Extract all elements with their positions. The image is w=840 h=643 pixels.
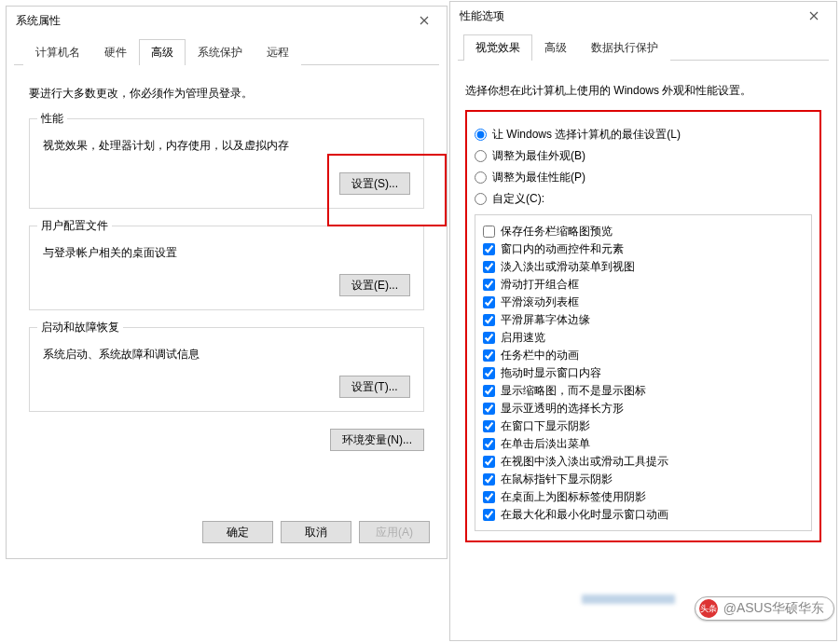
checkbox-row[interactable]: 显示缩略图，而不是显示图标	[483, 383, 804, 398]
cancel-button[interactable]: 取消	[281, 521, 351, 543]
checkbox-input[interactable]	[483, 509, 495, 521]
checkbox-input[interactable]	[483, 261, 495, 273]
user-profiles-settings-button[interactable]: 设置(E)...	[339, 274, 410, 296]
tab-advanced[interactable]: 高级	[139, 39, 186, 65]
checkbox-row[interactable]: 拖动时显示窗口内容	[483, 365, 804, 380]
checkbox-row[interactable]: 显示亚透明的选择长方形	[483, 401, 804, 416]
checkbox-row[interactable]: 窗口内的动画控件和元素	[483, 241, 804, 256]
highlight-box: 让 Windows 选择计算机的最佳设置(L) 调整为最佳外观(B) 调整为最佳…	[465, 110, 821, 542]
checkbox-input[interactable]	[483, 279, 495, 291]
group-desc: 系统启动、系统故障和调试信息	[43, 347, 410, 363]
checkbox-label: 保存任务栏缩略图预览	[501, 224, 613, 239]
checkbox-input[interactable]	[483, 349, 495, 362]
decorative-blur	[582, 595, 675, 604]
checkbox-label: 显示亚透明的选择长方形	[501, 401, 624, 416]
checkbox-input[interactable]	[483, 332, 495, 344]
tab-system-protection[interactable]: 系统保护	[186, 39, 255, 65]
tab-hardware[interactable]: 硬件	[92, 39, 139, 65]
radio-input[interactable]	[475, 129, 487, 141]
checkbox-row[interactable]: 淡入淡出或滑动菜单到视图	[483, 259, 804, 274]
checkbox-row[interactable]: 在窗口下显示阴影	[483, 418, 804, 433]
checkbox-row[interactable]: 在桌面上为图标标签使用阴影	[483, 489, 804, 504]
close-button[interactable]	[799, 6, 829, 26]
group-performance: 性能 视觉效果，处理器计划，内存使用，以及虚拟内存 设置(S)...	[29, 118, 424, 209]
tab-remote[interactable]: 远程	[255, 39, 301, 65]
checkbox-label: 拖动时显示窗口内容	[501, 365, 601, 380]
checkbox-input[interactable]	[483, 226, 495, 238]
checkbox-label: 在视图中淡入淡出或滑动工具提示	[501, 454, 668, 469]
checkbox-row[interactable]: 滑动打开组合框	[483, 277, 804, 292]
checkbox-input[interactable]	[483, 438, 495, 450]
radio-input[interactable]	[475, 150, 487, 162]
group-legend: 启动和故障恢复	[37, 320, 123, 335]
checkbox-input[interactable]	[483, 403, 495, 415]
close-icon	[420, 16, 429, 25]
radio-input[interactable]	[475, 171, 487, 184]
admin-note: 要进行大多数更改，你必须作为管理员登录。	[29, 86, 424, 102]
apply-button[interactable]: 应用(A)	[359, 521, 430, 543]
checkbox-input[interactable]	[483, 491, 495, 503]
radio-best-appearance[interactable]: 调整为最佳外观(B)	[475, 148, 812, 164]
dialog-title: 系统属性	[16, 13, 61, 29]
tabs: 视觉效果 高级 数据执行保护	[458, 34, 829, 61]
radio-best-performance[interactable]: 调整为最佳性能(P)	[475, 170, 812, 185]
radio-input[interactable]	[475, 193, 487, 205]
checkbox-row[interactable]: 在鼠标指针下显示阴影	[483, 472, 804, 486]
radio-label: 调整为最佳外观(B)	[492, 148, 585, 164]
radio-custom[interactable]: 自定义(C):	[475, 191, 812, 207]
system-properties-dialog: 系统属性 计算机名 硬件 高级 系统保护 远程 要进行大多数更改，你必须作为管理…	[6, 6, 448, 559]
tab-computer-name[interactable]: 计算机名	[23, 39, 92, 65]
ok-button[interactable]: 确定	[202, 521, 273, 543]
checkbox-label: 任务栏中的动画	[501, 348, 579, 363]
checkbox-row[interactable]: 保存任务栏缩略图预览	[483, 224, 804, 239]
checkbox-row[interactable]: 在最大化和最小化时显示窗口动画	[483, 507, 804, 522]
environment-variables-button[interactable]: 环境变量(N)...	[330, 429, 424, 451]
checkbox-row[interactable]: 在视图中淡入淡出或滑动工具提示	[483, 454, 804, 469]
group-legend: 性能	[37, 111, 67, 127]
close-icon	[809, 11, 819, 21]
checkbox-input[interactable]	[483, 243, 495, 255]
checkbox-input[interactable]	[483, 456, 495, 468]
group-desc: 与登录帐户相关的桌面设置	[43, 245, 410, 261]
group-desc: 视觉效果，处理器计划，内存使用，以及虚拟内存	[43, 138, 410, 154]
group-legend: 用户配置文件	[37, 218, 112, 234]
tabs: 计算机名 硬件 高级 系统保护 远程	[14, 38, 439, 65]
watermark: 头条 @ ASUS华硕华东	[695, 596, 834, 621]
checkbox-input[interactable]	[483, 314, 495, 326]
checkbox-row[interactable]: 在单击后淡出菜单	[483, 436, 804, 451]
checkbox-label: 平滑滚动列表框	[501, 294, 579, 309]
tab-visual-effects[interactable]: 视觉效果	[463, 34, 532, 61]
watermark-icon: 头条	[699, 599, 718, 618]
close-button[interactable]	[409, 10, 439, 31]
checkbox-label: 在窗口下显示阴影	[501, 418, 590, 433]
checkbox-row[interactable]: 平滑屏幕字体边缘	[483, 312, 804, 327]
tab-dep[interactable]: 数据执行保护	[579, 34, 670, 61]
checkbox-label: 在鼠标指针下显示阴影	[501, 472, 613, 486]
checkbox-input[interactable]	[483, 296, 495, 308]
checkbox-label: 滑动打开组合框	[501, 277, 579, 292]
tab-advanced[interactable]: 高级	[532, 34, 579, 61]
checkbox-row[interactable]: 平滑滚动列表框	[483, 294, 804, 309]
checkbox-input[interactable]	[483, 473, 495, 486]
checkbox-input[interactable]	[483, 385, 495, 397]
group-user-profiles: 用户配置文件 与登录帐户相关的桌面设置 设置(E)...	[29, 226, 424, 310]
performance-settings-button[interactable]: 设置(S)...	[339, 172, 410, 195]
checkbox-input[interactable]	[483, 367, 495, 379]
dialog-body: 要进行大多数更改，你必须作为管理员登录。 性能 视觉效果，处理器计划，内存使用，…	[7, 65, 447, 464]
checkbox-label: 显示缩略图，而不是显示图标	[501, 383, 646, 398]
intro-text: 选择你想在此计算机上使用的 Windows 外观和性能设置。	[465, 83, 821, 99]
visual-effects-list: 保存任务栏缩略图预览窗口内的动画控件和元素淡入淡出或滑动菜单到视图滑动打开组合框…	[475, 214, 812, 531]
checkbox-row[interactable]: 启用速览	[483, 330, 804, 345]
checkbox-input[interactable]	[483, 420, 495, 432]
radio-let-windows-choose[interactable]: 让 Windows 选择计算机的最佳设置(L)	[475, 127, 812, 143]
checkbox-label: 窗口内的动画控件和元素	[501, 241, 624, 256]
titlebar: 系统属性	[7, 7, 447, 34]
radio-label: 让 Windows 选择计算机的最佳设置(L)	[492, 127, 681, 143]
checkbox-row[interactable]: 任务栏中的动画	[483, 348, 804, 363]
performance-options-dialog: 性能选项 视觉效果 高级 数据执行保护 选择你想在此计算机上使用的 Window…	[449, 1, 837, 641]
startup-settings-button[interactable]: 设置(T)...	[339, 376, 410, 398]
titlebar: 性能选项	[450, 2, 836, 30]
watermark-at: @	[723, 601, 737, 616]
dialog-body: 选择你想在此计算机上使用的 Windows 外观和性能设置。 让 Windows…	[450, 61, 836, 552]
checkbox-label: 淡入淡出或滑动菜单到视图	[501, 259, 635, 274]
